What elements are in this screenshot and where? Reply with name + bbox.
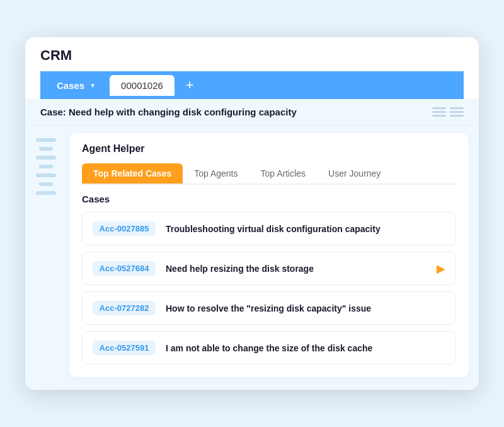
menu-line xyxy=(450,107,464,109)
sidebar-line xyxy=(36,191,56,195)
sidebar-line xyxy=(36,138,56,142)
case-item[interactable]: Acc-0527591 I am not able to change the … xyxy=(82,331,456,365)
cases-tab-label: Cases xyxy=(57,80,84,91)
sidebar-line xyxy=(36,156,56,160)
menu-lines-group-1 xyxy=(432,107,446,117)
case-description: Need help resizing the disk storage xyxy=(166,264,445,274)
add-tab-button[interactable]: + xyxy=(178,77,202,93)
app-title: CRM xyxy=(40,47,464,64)
cases-section-label: Cases xyxy=(82,194,456,204)
tab-user-journey[interactable]: User Journey xyxy=(317,163,392,184)
case-item[interactable]: Acc-0527684 Need help resizing the disk … xyxy=(82,252,456,285)
agent-helper-title: Agent Helper xyxy=(82,143,456,155)
menu-line xyxy=(432,111,446,113)
case-description: I am not able to change the size of the … xyxy=(166,343,445,353)
menu-lines-group-2 xyxy=(450,107,464,117)
tab-bar: Cases ▼ 00001026 + xyxy=(40,71,464,99)
case-description: Troubleshooting virtual disk configurati… xyxy=(166,224,445,234)
cursor-icon: ▶ xyxy=(437,262,445,276)
case-id: Acc-0527684 xyxy=(93,261,156,276)
case-id: Acc-0727282 xyxy=(93,301,156,315)
case-item[interactable]: Acc-0727282 How to resolve the "resizing… xyxy=(82,291,456,325)
case-description: How to resolve the "resizing disk capaci… xyxy=(166,303,445,313)
sidebar-line xyxy=(39,182,53,186)
case-id: Acc-0027885 xyxy=(93,221,156,236)
agent-tabs: Top Related Cases Top Agents Top Article… xyxy=(82,163,456,185)
case-title-bar: Case: Need help with changing disk confi… xyxy=(25,99,479,126)
sidebar-line xyxy=(36,173,56,177)
case-list: Acc-0027885 Troubleshooting virtual disk… xyxy=(82,212,456,365)
title-bar: CRM Cases ▼ 00001026 + xyxy=(25,37,479,99)
menu-line xyxy=(432,115,446,117)
dropdown-arrow-icon: ▼ xyxy=(89,82,96,89)
case-title: Case: Need help with changing disk confi… xyxy=(40,107,297,117)
menu-line xyxy=(450,111,464,113)
tab-top-related-cases[interactable]: Top Related Cases xyxy=(82,163,183,184)
main-content: Agent Helper Top Related Cases Top Agent… xyxy=(25,126,479,390)
sidebar-line xyxy=(39,147,53,151)
left-sidebar xyxy=(30,133,62,377)
case-number-tab[interactable]: 00001026 xyxy=(110,75,175,96)
case-item[interactable]: Acc-0027885 Troubleshooting virtual disk… xyxy=(82,212,456,245)
menu-line xyxy=(432,107,446,109)
menu-icons xyxy=(432,107,464,117)
tab-top-articles[interactable]: Top Articles xyxy=(249,163,318,184)
agent-panel: Agent Helper Top Related Cases Top Agent… xyxy=(69,133,469,377)
crm-window: CRM Cases ▼ 00001026 + Case: Need help w… xyxy=(25,37,479,390)
cases-tab[interactable]: Cases ▼ xyxy=(45,75,107,96)
case-id: Acc-0527591 xyxy=(93,341,156,355)
tab-top-agents[interactable]: Top Agents xyxy=(183,163,249,184)
menu-line xyxy=(450,115,464,117)
sidebar-line xyxy=(39,165,53,168)
